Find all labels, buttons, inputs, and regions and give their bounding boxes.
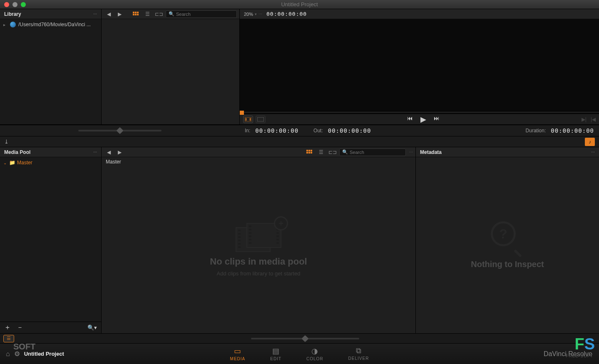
viewer-zoom-menu[interactable]: ▾ — [255, 12, 257, 16]
svg-rect-13 — [306, 152, 308, 154]
media-pool-empty-state[interactable]: + No clips in media pool Add clips from … — [102, 166, 415, 333]
mp-strip-view-button[interactable]: ⊏⊐ — [328, 149, 338, 156]
svg-rect-5 — [137, 14, 139, 15]
in-label: In: — [245, 128, 250, 134]
remove-bin-button[interactable]: － — [17, 323, 23, 332]
window-close-button[interactable] — [4, 2, 9, 7]
inspect-icon: ? — [491, 221, 524, 255]
thumbnail-size-slider[interactable] — [78, 130, 162, 131]
empty-subtext: Add clips from library to get started — [217, 270, 301, 277]
viewer-canvas[interactable] — [240, 19, 599, 111]
color-tab-label: COLOR — [306, 357, 323, 361]
source-mode-button[interactable] — [243, 116, 253, 123]
list-view-button[interactable]: ☰ — [142, 10, 152, 18]
window-maximize-button[interactable] — [21, 2, 26, 7]
svg-rect-4 — [135, 14, 137, 15]
tab-media[interactable]: ▭ MEDIA — [230, 347, 246, 361]
mp-options-menu[interactable]: ⋯ — [409, 150, 413, 154]
project-name: Untitled Project — [24, 351, 64, 357]
audio-panel-button[interactable]: ♪ — [585, 138, 595, 146]
svg-rect-14 — [308, 152, 310, 154]
library-title: Library — [4, 11, 21, 17]
clip-browser-panel: ◀ ▶ ☰ ⊏⊐ 🔍 — [102, 9, 240, 124]
import-bar: ⤓ ♪ — [0, 136, 599, 147]
current-bin-label: Master — [102, 157, 415, 166]
clip-list-toggle[interactable]: ☰ — [3, 335, 14, 342]
media-pool-contents: ◀ ▶ ☰ ⊏⊐ 🔍 ⋯ Master + — [102, 147, 416, 333]
svg-rect-11 — [308, 150, 310, 151]
metadata-panel: Metadata ⋯ ? Nothing to Inspect — [416, 147, 599, 333]
metadata-options-menu[interactable]: ⋯ — [591, 150, 595, 154]
disclosure-icon[interactable]: ⌄ — [3, 161, 7, 165]
bin-master[interactable]: ⌄ 📁 Master — [3, 160, 98, 166]
tab-deliver[interactable]: ⧉ DELIVER — [348, 347, 369, 361]
browser-search-input[interactable] — [176, 12, 234, 17]
search-icon: 🔍 — [342, 149, 348, 155]
metadata-empty-heading: Nothing to Inspect — [471, 260, 544, 269]
viewer-options-menu[interactable]: ⋯ — [258, 12, 262, 16]
disclosure-icon[interactable]: ▸ — [3, 22, 7, 27]
play-button[interactable]: ▶ — [420, 115, 426, 124]
mp-thumbnail-size-slider[interactable] — [251, 338, 359, 339]
mark-out-button[interactable]: |◀ — [591, 116, 596, 122]
window-minimize-button[interactable] — [12, 2, 17, 7]
out-timecode[interactable]: 00:00:00:00 — [328, 127, 371, 134]
mp-nav-back-button[interactable]: ◀ — [104, 149, 113, 156]
prev-clip-button[interactable]: ⏮ — [407, 115, 413, 124]
bin-search-button[interactable]: 🔍▾ — [87, 324, 97, 331]
svg-rect-9 — [257, 117, 264, 121]
add-bin-button[interactable]: ＋ — [4, 323, 11, 332]
media-tab-icon: ▭ — [234, 347, 241, 356]
home-button[interactable]: ⌂ — [6, 350, 10, 358]
library-options-menu[interactable]: ⋯ — [93, 12, 97, 16]
mp-search-input[interactable] — [350, 150, 407, 155]
import-icon[interactable]: ⤓ — [4, 139, 9, 145]
thumbnail-view-button[interactable] — [131, 10, 141, 18]
duration-timecode: 00:00:00:00 — [551, 127, 594, 134]
library-path-item[interactable]: ▸ /Users/md760/Movies/DaVinci ... — [3, 22, 98, 27]
deliver-tab-icon: ⧉ — [356, 347, 362, 355]
watermark-freesoft: FREE-SOFT — [566, 354, 593, 358]
window-titlebar: Untitled Project — [0, 0, 599, 9]
media-pool-title: Media Pool — [4, 149, 30, 155]
mp-thumbnail-view-button[interactable] — [304, 149, 314, 156]
search-icon: 🔍 — [169, 11, 174, 17]
nav-back-button[interactable]: ◀ — [104, 10, 113, 18]
browser-search-box[interactable]: 🔍 — [166, 10, 237, 18]
media-pool-tree-panel: Media Pool ⋯ ⌄ 📁 Master ＋ － 🔍▾ — [0, 147, 102, 333]
svg-rect-8 — [250, 118, 251, 121]
source-viewer: 20% ▾ ⋯ 00:00:00:00 — [240, 9, 599, 124]
mp-list-view-button[interactable]: ☰ — [316, 149, 326, 156]
duration-label: Duration: — [526, 128, 546, 134]
project-settings-button[interactable]: ⚙ — [14, 350, 20, 358]
color-tab-icon: ◑ — [311, 347, 318, 356]
tab-edit[interactable]: ▤ EDIT — [270, 347, 281, 361]
strip-view-button[interactable]: ⊏⊐ — [154, 10, 164, 18]
next-clip-button[interactable]: ⏭ — [434, 115, 440, 124]
metadata-empty-state: ? Nothing to Inspect — [416, 157, 599, 333]
viewer-zoom-value[interactable]: 20% — [244, 12, 253, 17]
playhead[interactable] — [240, 111, 244, 115]
viewer-timecode: 00:00:00:00 — [266, 11, 307, 17]
window-title: Untitled Project — [281, 1, 318, 7]
out-label: Out: — [313, 128, 323, 134]
mark-in-button[interactable]: ▶| — [582, 116, 587, 122]
tab-color[interactable]: ◑ COLOR — [306, 347, 323, 361]
svg-rect-3 — [133, 14, 134, 15]
timeline-mode-button[interactable] — [256, 116, 266, 123]
edit-tab-icon: ▤ — [272, 347, 280, 356]
svg-rect-2 — [137, 12, 139, 13]
mp-search-box[interactable]: 🔍 — [339, 149, 406, 156]
in-timecode[interactable]: 00:00:00:00 — [255, 127, 298, 134]
svg-rect-12 — [311, 150, 312, 151]
svg-rect-0 — [133, 12, 134, 13]
media-pool-options-menu[interactable]: ⋯ — [93, 150, 97, 154]
folder-icon: 📁 — [9, 160, 15, 166]
nav-forward-button[interactable]: ▶ — [115, 10, 124, 18]
mp-nav-forward-button[interactable]: ▶ — [115, 149, 124, 156]
browser-contents[interactable] — [102, 19, 239, 124]
media-tab-label: MEDIA — [230, 357, 246, 361]
empty-clips-icon: + — [236, 223, 281, 253]
viewer-scrubber[interactable] — [240, 111, 599, 114]
thumbnail-size-slider-row — [0, 125, 240, 136]
